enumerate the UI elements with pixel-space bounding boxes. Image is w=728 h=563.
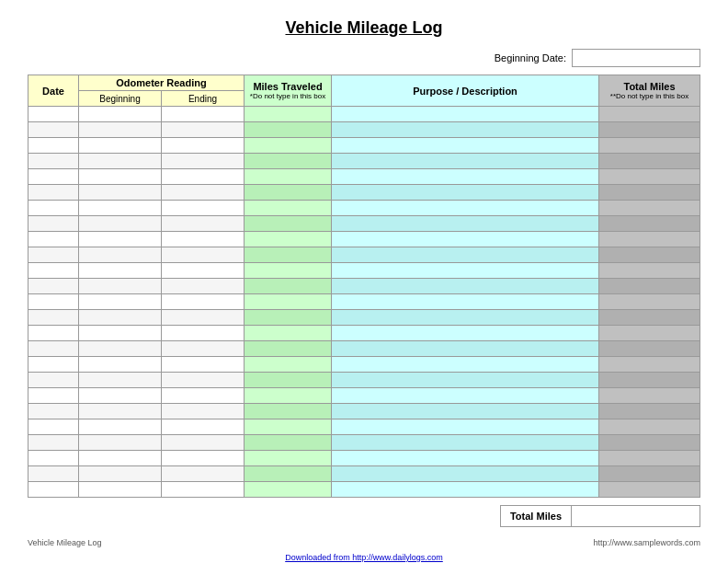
cell-beginning[interactable] xyxy=(79,373,162,388)
cell-date[interactable] xyxy=(28,201,79,216)
cell-date[interactable] xyxy=(28,435,79,451)
cell-date[interactable] xyxy=(28,451,79,466)
cell-date[interactable] xyxy=(28,169,79,185)
cell-ending[interactable] xyxy=(162,232,245,247)
cell-beginning[interactable] xyxy=(79,122,162,138)
total-miles-footer-input[interactable] xyxy=(572,505,700,527)
cell-date[interactable] xyxy=(28,357,79,373)
cell-date[interactable] xyxy=(28,247,79,263)
cell-beginning[interactable] xyxy=(79,154,162,169)
cell-ending[interactable] xyxy=(162,279,245,294)
cell-ending[interactable] xyxy=(162,326,245,341)
cell-purpose[interactable] xyxy=(332,201,599,216)
cell-date[interactable] xyxy=(28,388,79,404)
cell-date[interactable] xyxy=(28,216,79,232)
cell-ending[interactable] xyxy=(162,107,245,122)
cell-beginning[interactable] xyxy=(79,357,162,373)
cell-beginning[interactable] xyxy=(79,216,162,232)
beginning-date-input[interactable] xyxy=(572,49,700,67)
cell-date[interactable] xyxy=(28,482,79,498)
cell-purpose[interactable] xyxy=(332,263,599,279)
cell-beginning[interactable] xyxy=(79,185,162,201)
cell-ending[interactable] xyxy=(162,201,245,216)
cell-purpose[interactable] xyxy=(332,122,599,138)
cell-beginning[interactable] xyxy=(79,232,162,247)
cell-date[interactable] xyxy=(28,310,79,326)
cell-ending[interactable] xyxy=(162,404,245,419)
cell-purpose[interactable] xyxy=(332,107,599,122)
cell-beginning[interactable] xyxy=(79,138,162,154)
cell-date[interactable] xyxy=(28,279,79,294)
cell-ending[interactable] xyxy=(162,451,245,466)
cell-ending[interactable] xyxy=(162,247,245,263)
cell-date[interactable] xyxy=(28,294,79,310)
cell-purpose[interactable] xyxy=(332,482,599,498)
cell-purpose[interactable] xyxy=(332,451,599,466)
cell-date[interactable] xyxy=(28,232,79,247)
cell-date[interactable] xyxy=(28,404,79,419)
cell-date[interactable] xyxy=(28,263,79,279)
cell-purpose[interactable] xyxy=(332,169,599,185)
cell-purpose[interactable] xyxy=(332,310,599,326)
cell-beginning[interactable] xyxy=(79,326,162,341)
cell-ending[interactable] xyxy=(162,482,245,498)
cell-ending[interactable] xyxy=(162,419,245,435)
cell-beginning[interactable] xyxy=(79,310,162,326)
cell-purpose[interactable] xyxy=(332,294,599,310)
cell-ending[interactable] xyxy=(162,341,245,357)
cell-beginning[interactable] xyxy=(79,435,162,451)
cell-purpose[interactable] xyxy=(332,232,599,247)
cell-purpose[interactable] xyxy=(332,247,599,263)
cell-ending[interactable] xyxy=(162,373,245,388)
cell-purpose[interactable] xyxy=(332,357,599,373)
cell-ending[interactable] xyxy=(162,435,245,451)
cell-purpose[interactable] xyxy=(332,341,599,357)
download-row[interactable]: Downloaded from http://www.dailylogs.com xyxy=(28,553,700,562)
cell-beginning[interactable] xyxy=(79,279,162,294)
cell-ending[interactable] xyxy=(162,138,245,154)
cell-purpose[interactable] xyxy=(332,419,599,435)
cell-date[interactable] xyxy=(28,138,79,154)
cell-purpose[interactable] xyxy=(332,154,599,169)
cell-date[interactable] xyxy=(28,466,79,482)
cell-purpose[interactable] xyxy=(332,388,599,404)
cell-date[interactable] xyxy=(28,373,79,388)
cell-purpose[interactable] xyxy=(332,138,599,154)
cell-beginning[interactable] xyxy=(79,404,162,419)
cell-beginning[interactable] xyxy=(79,341,162,357)
cell-purpose[interactable] xyxy=(332,466,599,482)
cell-beginning[interactable] xyxy=(79,263,162,279)
cell-purpose[interactable] xyxy=(332,326,599,341)
cell-date[interactable] xyxy=(28,419,79,435)
cell-beginning[interactable] xyxy=(79,201,162,216)
cell-purpose[interactable] xyxy=(332,279,599,294)
cell-ending[interactable] xyxy=(162,216,245,232)
cell-date[interactable] xyxy=(28,341,79,357)
cell-beginning[interactable] xyxy=(79,419,162,435)
cell-beginning[interactable] xyxy=(79,107,162,122)
cell-ending[interactable] xyxy=(162,185,245,201)
cell-ending[interactable] xyxy=(162,122,245,138)
cell-purpose[interactable] xyxy=(332,185,599,201)
cell-ending[interactable] xyxy=(162,466,245,482)
cell-beginning[interactable] xyxy=(79,466,162,482)
cell-purpose[interactable] xyxy=(332,404,599,419)
cell-ending[interactable] xyxy=(162,169,245,185)
cell-beginning[interactable] xyxy=(79,482,162,498)
cell-ending[interactable] xyxy=(162,357,245,373)
cell-beginning[interactable] xyxy=(79,294,162,310)
cell-purpose[interactable] xyxy=(332,216,599,232)
cell-beginning[interactable] xyxy=(79,451,162,466)
cell-beginning[interactable] xyxy=(79,388,162,404)
cell-beginning[interactable] xyxy=(79,169,162,185)
cell-date[interactable] xyxy=(28,107,79,122)
cell-beginning[interactable] xyxy=(79,247,162,263)
cell-ending[interactable] xyxy=(162,388,245,404)
cell-date[interactable] xyxy=(28,154,79,169)
cell-purpose[interactable] xyxy=(332,435,599,451)
cell-date[interactable] xyxy=(28,326,79,341)
cell-purpose[interactable] xyxy=(332,373,599,388)
cell-ending[interactable] xyxy=(162,154,245,169)
cell-date[interactable] xyxy=(28,122,79,138)
cell-ending[interactable] xyxy=(162,294,245,310)
